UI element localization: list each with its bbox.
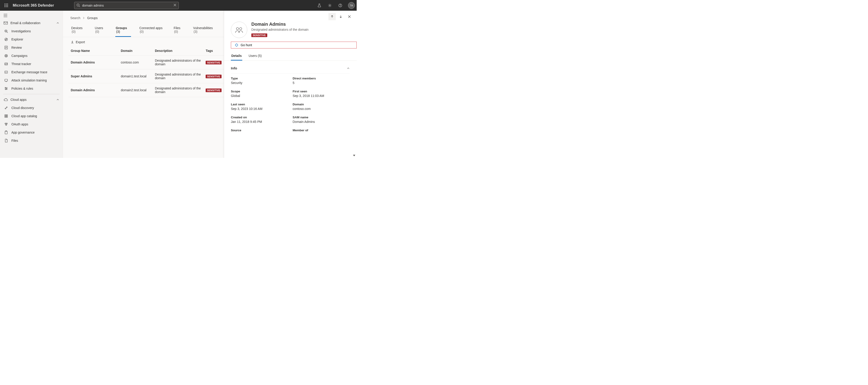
- sidebar-item-label: Cloud discovery: [11, 106, 34, 110]
- chevron-up-icon: [56, 22, 59, 24]
- svg-rect-3: [5, 5, 5, 6]
- breadcrumb-root[interactable]: Search: [70, 16, 80, 20]
- col-group-name[interactable]: Group Name: [68, 46, 119, 56]
- sidebar-item-label: Exchange message trace: [11, 70, 47, 74]
- tab-groups[interactable]: Groups (3): [115, 24, 131, 37]
- cell-name[interactable]: Domain Admins: [68, 83, 119, 97]
- policies-icon: [4, 87, 8, 90]
- svg-rect-49: [5, 116, 6, 117]
- svg-line-46: [6, 108, 7, 108]
- svg-point-31: [6, 56, 6, 56]
- sidebar-item-oauth[interactable]: OAuth apps: [0, 120, 63, 128]
- sidebar-section-cloud-apps[interactable]: Cloud apps: [0, 95, 63, 104]
- table-toolbar: Export: [63, 37, 224, 46]
- campaigns-icon: [4, 54, 8, 58]
- cell-name[interactable]: Super Admins: [68, 69, 119, 83]
- content: Search Groups Devices (0) Users (0) Grou…: [63, 11, 224, 158]
- sidebar-item-cloud-discovery[interactable]: Cloud discovery: [0, 104, 63, 112]
- svg-point-45: [6, 107, 7, 108]
- account-avatar[interactable]: TA: [348, 2, 355, 9]
- svg-rect-48: [6, 115, 7, 116]
- previous-item-button[interactable]: [329, 13, 336, 20]
- go-hunt-button[interactable]: Go hunt: [231, 42, 356, 49]
- search-box[interactable]: [74, 2, 179, 9]
- sidebar-item-investigations[interactable]: Investigations: [0, 27, 63, 35]
- panel-title: Domain Admins: [251, 22, 308, 27]
- col-tags[interactable]: Tags: [203, 46, 224, 56]
- sidebar-item-policies[interactable]: Policies & rules: [0, 84, 63, 93]
- panel-tab-details[interactable]: Details: [231, 52, 242, 61]
- catalog-icon: [4, 114, 8, 118]
- panel-subtitle: Designated administrators of the domain: [251, 28, 308, 31]
- table-row[interactable]: Super Admins domain1.test.local Designat…: [68, 69, 224, 83]
- flask-icon: [317, 3, 321, 7]
- svg-point-58: [236, 28, 239, 30]
- sidebar-item-label: App governance: [11, 130, 35, 134]
- groups-table: Group Name Domain Description Tags Domai…: [63, 46, 224, 97]
- export-button[interactable]: Export: [71, 40, 85, 44]
- svg-point-44: [5, 108, 6, 109]
- clear-search-button[interactable]: [173, 3, 177, 7]
- search-input[interactable]: [82, 4, 170, 7]
- svg-point-51: [5, 123, 6, 124]
- arrow-up-icon: [331, 15, 334, 18]
- table-header-row: Group Name Domain Description Tags: [68, 46, 224, 56]
- sidebar-section-email[interactable]: Email & collaboration: [0, 19, 63, 27]
- sidebar-item-explorer[interactable]: Explorer: [0, 35, 63, 43]
- hamburger-icon: [4, 14, 7, 17]
- svg-rect-8: [7, 6, 8, 7]
- panel-tabs: Details Users (5): [224, 52, 356, 61]
- panel-body: Info TypeSecurity Direct members5 ScopeG…: [224, 61, 356, 138]
- hunt-icon: [235, 43, 238, 47]
- settings-button[interactable]: [325, 1, 334, 10]
- cell-desc: Designated administrators of the domain: [153, 56, 203, 69]
- field-source: Source: [231, 128, 288, 133]
- waffle-icon: [5, 4, 8, 7]
- chevron-up-icon: [347, 67, 350, 70]
- col-description[interactable]: Description: [153, 46, 203, 56]
- next-item-button[interactable]: [337, 13, 344, 20]
- panel-tab-users[interactable]: Users (5): [248, 52, 262, 61]
- field-last-seen: Last seenSep 3, 2023 10:16 AM: [231, 102, 288, 111]
- svg-rect-35: [5, 79, 7, 81]
- tab-files[interactable]: Files (0): [173, 24, 185, 37]
- panel-actions: [329, 13, 353, 20]
- sidebar-item-attack-sim[interactable]: Attack simulation training: [0, 76, 63, 84]
- help-button[interactable]: [336, 1, 345, 10]
- sidebar-item-threat-tracker[interactable]: Threat tracker: [0, 60, 63, 68]
- table-row[interactable]: Domain Admins domain2.test.local Designa…: [68, 83, 224, 97]
- tab-connected-apps[interactable]: Connected apps (0): [139, 24, 165, 37]
- cell-name[interactable]: Domain Admins: [68, 56, 119, 69]
- field-direct-members: Direct members5: [293, 77, 350, 85]
- sidebar-item-label: Attack simulation training: [11, 79, 47, 82]
- panel-titles: Domain Admins Designated administrators …: [251, 22, 308, 38]
- tab-devices[interactable]: Devices (0): [71, 24, 87, 37]
- nav-collapse-button[interactable]: [0, 12, 63, 19]
- arrow-down-icon: [339, 15, 342, 18]
- main: Search Groups Devices (0) Users (0) Grou…: [63, 11, 356, 158]
- col-domain[interactable]: Domain: [119, 46, 153, 56]
- sidebar-item-exchange-trace[interactable]: EExchange message trace: [0, 68, 63, 76]
- svg-point-59: [240, 28, 242, 30]
- info-grid: TypeSecurity Direct members5 ScopeGlobal…: [231, 77, 350, 133]
- oauth-icon: [4, 122, 8, 126]
- svg-line-22: [7, 32, 8, 33]
- tab-users[interactable]: Users (0): [94, 24, 107, 37]
- field-member-of: Member of: [293, 128, 350, 133]
- table-row[interactable]: Domain Admins contoso.com Designated adm…: [68, 56, 224, 69]
- mail-icon: [4, 21, 8, 25]
- close-panel-button[interactable]: [346, 13, 353, 20]
- svg-rect-47: [5, 115, 6, 116]
- sidebar-item-campaigns[interactable]: Campaigns: [0, 52, 63, 60]
- scroll-down-indicator[interactable]: [352, 154, 356, 157]
- sidebar-item-files[interactable]: Files: [0, 137, 63, 145]
- sidebar-item-review[interactable]: Review: [0, 43, 63, 52]
- tab-vulnerabilities[interactable]: Vulnerabilities (3): [193, 24, 216, 37]
- app-launcher-button[interactable]: [2, 1, 11, 10]
- sensitive-badge: SENSITIVE: [251, 33, 267, 37]
- sidebar-item-app-governance[interactable]: App governance: [0, 128, 63, 137]
- sidebar-item-cloud-catalog[interactable]: Cloud app catalog: [0, 112, 63, 120]
- section-info-header[interactable]: Info: [231, 64, 350, 73]
- svg-point-14: [329, 5, 330, 6]
- community-button[interactable]: [315, 1, 324, 10]
